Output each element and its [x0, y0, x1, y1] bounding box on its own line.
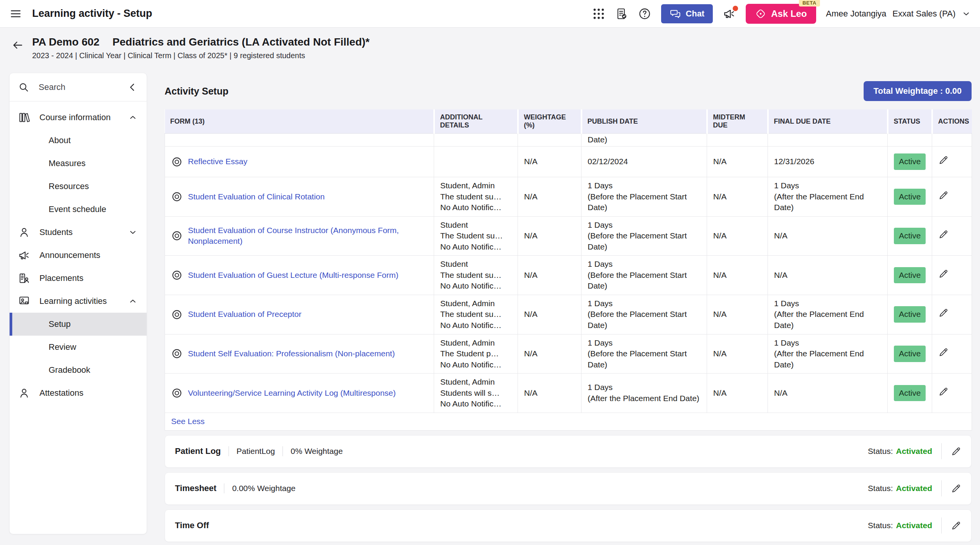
sidebar-item-placements[interactable]: Placements: [10, 267, 147, 290]
course-meta: 2023 - 2024 | Clinical Year | Clinical T…: [32, 51, 370, 60]
sidebar-search[interactable]: Search: [10, 73, 147, 101]
form-link[interactable]: Reflective Essay: [188, 156, 247, 167]
edit-form-button[interactable]: [938, 387, 949, 397]
edit-form-button[interactable]: [938, 190, 949, 201]
user-menu[interactable]: Amee Jotangiya Exxat Sales (PA): [826, 9, 971, 19]
status-badge: Active: [894, 189, 926, 205]
ask-leo-button[interactable]: Ask Leo BETA: [746, 4, 816, 24]
sidebar-item-attestations[interactable]: Attestations: [10, 382, 147, 405]
additional-details-cell: StudentThe Student su…No Auto Notific…: [434, 216, 518, 256]
help-button[interactable]: [638, 7, 651, 20]
final-due-date-cell: 1 Days(After the Placement End Date): [768, 334, 888, 374]
sidebar-item-setup[interactable]: Setup: [10, 313, 147, 336]
course-information-icon: [18, 111, 30, 124]
final-line: N/A: [774, 388, 881, 399]
edit-form-button[interactable]: [938, 155, 949, 165]
sidebar-item-about[interactable]: About: [10, 129, 147, 152]
actions-cell: [932, 334, 972, 374]
edit-form-button[interactable]: [938, 269, 949, 279]
detail-line: The Student su…: [440, 230, 511, 241]
publish-date-cell: 1 Days(Before the Placement Start Date): [581, 216, 707, 256]
actions-cell: [932, 216, 972, 256]
column-header-additional-details: ADDITIONAL DETAILS: [434, 109, 518, 134]
form-link[interactable]: Student Evaluation of Course Instructor …: [188, 225, 428, 247]
table-row: Student Evaluation of Course Instructor …: [165, 216, 972, 256]
tasks-button[interactable]: [615, 7, 628, 20]
collapse-sidebar-icon[interactable]: [127, 82, 138, 93]
sidebar-item-course-information[interactable]: Course information: [10, 106, 147, 129]
publish-date-cell: 1 Days(Before the Placement Start Date): [581, 177, 707, 217]
card-title: Time Off: [175, 521, 209, 530]
table-cell: [518, 134, 581, 147]
status-value: Activated: [896, 521, 932, 530]
chevron-down-icon: [128, 228, 137, 237]
edit-form-button[interactable]: [938, 347, 949, 357]
form-preview-icon: [171, 309, 183, 320]
status-badge: Active: [894, 267, 926, 284]
form-preview-icon: [171, 348, 183, 359]
sidebar-item-gradebook[interactable]: Gradebook: [10, 359, 147, 382]
edit-card-button[interactable]: [951, 446, 961, 457]
final-due-date-cell: 1 Days(After the Placement End Date): [768, 177, 888, 217]
learning-activities-icon: [18, 295, 30, 307]
detail-line: Student, Admin: [440, 298, 511, 309]
table-cell: [888, 134, 932, 147]
form-link[interactable]: Student Evaluation of Clinical Rotation: [188, 191, 325, 202]
final-line: (After the Placement End Date): [774, 309, 881, 331]
table-cell: [932, 134, 972, 147]
additional-details-cell: Student, AdminThe Student p…No Auto Noti…: [434, 334, 518, 374]
sidebar-item-label: Announcements: [39, 250, 137, 260]
sidebar-item-announcements[interactable]: Announcements: [10, 244, 147, 267]
form-cell: Student Evaluation of Guest Lecture (Mul…: [165, 256, 434, 295]
sidebar-item-students[interactable]: Students: [10, 221, 147, 244]
detail-line: No Auto Notific…: [440, 281, 511, 292]
publish-date-cell: 1 Days(After the Placement End Date): [581, 374, 707, 413]
form-link[interactable]: Student Evaluation of Preceptor: [188, 309, 302, 320]
sidebar-item-resources[interactable]: Resources: [10, 175, 147, 198]
edit-card-button[interactable]: [951, 521, 961, 531]
sidebar-item-event-schedule[interactable]: Event schedule: [10, 198, 147, 221]
detail-line: Student: [440, 259, 511, 270]
table-row: Student Evaluation of Guest Lecture (Mul…: [165, 256, 972, 295]
hamburger-menu-button[interactable]: [9, 7, 22, 20]
edit-form-button[interactable]: [938, 308, 949, 318]
students-icon: [18, 226, 30, 238]
apps-grid-button[interactable]: [592, 7, 605, 20]
status-cell: Active: [888, 256, 932, 295]
sidebar-item-label: Learning activities: [39, 296, 128, 306]
form-link[interactable]: Student Evaluation of Guest Lecture (Mul…: [188, 270, 399, 281]
additional-details-cell: Student, AdminThe student su…No Auto Not…: [434, 295, 518, 334]
arrow-left-icon: [11, 39, 24, 51]
status-cell: Active: [888, 334, 932, 374]
column-header-final-due-date: FINAL DUE DATE: [768, 109, 888, 134]
actions-cell: [932, 295, 972, 334]
additional-details-cell: Student, AdminStudents will s…No Auto No…: [434, 374, 518, 413]
edit-card-button[interactable]: [951, 483, 961, 494]
actions-cell: [932, 374, 972, 413]
status-badge: Active: [894, 306, 926, 323]
sidebar-item-measures[interactable]: Measures: [10, 152, 147, 175]
divider: [941, 480, 942, 496]
edit-form-button[interactable]: [938, 229, 949, 240]
sidebar-item-learning-activities[interactable]: Learning activities: [10, 290, 147, 313]
sidebar-item-label: Attestations: [39, 388, 137, 398]
sidebar-subitem-label: Event schedule: [49, 204, 106, 214]
announcements-button[interactable]: [723, 7, 736, 20]
sidebar-item-review[interactable]: Review: [10, 336, 147, 359]
form-link[interactable]: Volunteering/Service Learning Activity L…: [188, 388, 396, 399]
detail-line: No Auto Notific…: [440, 202, 511, 213]
help-icon: [638, 7, 651, 20]
see-less-cell: See Less: [165, 413, 972, 430]
form-link[interactable]: Student Self Evaluation: Professionalism…: [188, 348, 395, 359]
back-button[interactable]: [11, 39, 24, 52]
publish-date-cell: 1 Days(Before the Placement Start Date): [581, 334, 707, 374]
publish-line: (Before the Placement Start Date): [588, 348, 701, 370]
chat-button[interactable]: Chat: [661, 4, 713, 23]
weightage-cell: N/A: [518, 256, 581, 295]
card-segment: PatientLog: [237, 447, 275, 456]
final-due-date-cell: N/A: [768, 216, 888, 256]
see-less-link[interactable]: See Less: [171, 417, 205, 426]
table-cell: [165, 134, 434, 147]
pencil-icon: [938, 347, 949, 357]
additional-details-cell: StudentThe student su…No Auto Notific…: [434, 256, 518, 295]
